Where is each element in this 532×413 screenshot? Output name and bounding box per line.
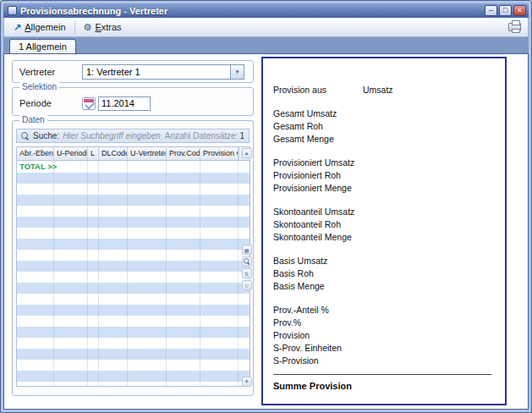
info-row: Provision ausUmsatz [263, 85, 505, 97]
table-row[interactable] [17, 184, 250, 195]
search-icon [21, 132, 30, 140]
table-row[interactable] [17, 206, 250, 217]
table-row[interactable] [17, 239, 250, 250]
printer-icon [508, 23, 521, 31]
column-header-2[interactable]: U-Periode [54, 147, 88, 160]
title-bar: Provisionsabrechnung - Vertreter – □ × [3, 3, 529, 18]
toolbar-separator [74, 21, 75, 34]
daten-group: Daten Suche: Hier Suchbegriff eingeben (… [12, 120, 254, 396]
columns-icon: ▦ [244, 247, 250, 253]
column-header-3[interactable]: L [88, 147, 99, 160]
info-row: S-Prov. Einheiten [263, 343, 505, 355]
grid-scrollbar: ▲ ▦ ⇅ ▽ ▼ [241, 146, 252, 387]
data-grid: Abr.-EbeneU-PeriodeLDLCodeU-VertreterPro… [16, 146, 250, 387]
table-row[interactable] [17, 261, 250, 272]
maximize-icon: □ [503, 6, 507, 14]
info-row: Provisioniert Umsatz [263, 157, 505, 170]
vertreter-value: 1: Vertreter 1 [83, 65, 230, 79]
toolbar-item-allgemein[interactable]: ↗ Allgemein [8, 20, 72, 34]
tab-strip: 1 Allgemein [3, 37, 529, 53]
tab-allgemein[interactable]: 1 Allgemein [9, 39, 76, 53]
info-row: Gesamt Menge [263, 134, 505, 146]
periode-label: Periode [13, 98, 82, 108]
grid-tool-cluster: ▦ ⇅ ▽ [242, 243, 252, 290]
sort-icon: ⇅ [244, 271, 249, 277]
calendar-icon[interactable] [82, 97, 96, 110]
info-row: Skontoanteil Roh [263, 219, 505, 232]
table-row[interactable] [17, 338, 250, 349]
vertreter-group: Vertreter 1: Vertreter 1 ▼ [12, 60, 254, 83]
vertreter-combobox[interactable]: 1: Vertreter 1 ▼ [82, 64, 244, 80]
table-row[interactable] [17, 316, 250, 327]
scroll-down-button[interactable]: ▼ [242, 377, 252, 387]
left-pane: Vertreter 1: Vertreter 1 ▼ Selektion Per… [8, 56, 257, 407]
selektion-group: Selektion Periode [12, 87, 254, 116]
app-window: Provisionsabrechnung - Vertreter – □ × ↗… [0, 0, 532, 413]
info-row: Skontoanteil Umsatz [263, 206, 505, 219]
content-panel: Vertreter 1: Vertreter 1 ▼ Selektion Per… [3, 53, 529, 410]
table-row[interactable] [17, 360, 250, 371]
periode-input[interactable] [98, 96, 151, 111]
table-row[interactable] [17, 272, 250, 283]
toolbar-item-label: Allgemein [25, 22, 65, 32]
table-row[interactable] [17, 228, 250, 239]
table-row[interactable] [17, 327, 250, 338]
filter-icon: ▽ [244, 283, 249, 289]
chevron-down-icon: ▼ [235, 69, 240, 74]
column-header-1[interactable]: Abr.-Ebene [17, 147, 54, 160]
table-row[interactable] [17, 195, 250, 206]
table-row[interactable] [17, 371, 250, 382]
record-count-label: Anzahl Datensätze:1 [165, 131, 244, 140]
table-row[interactable] [17, 294, 250, 305]
print-button[interactable] [504, 19, 524, 36]
column-header-5[interactable]: U-Vertreter [128, 147, 167, 160]
minimize-button[interactable]: – [485, 5, 497, 16]
table-row[interactable] [17, 305, 250, 316]
close-icon: × [518, 6, 522, 14]
divider [273, 374, 491, 375]
allgemein-icon: ↗ [14, 23, 21, 32]
column-header-4[interactable]: DLCode [99, 147, 128, 160]
maximize-button[interactable]: □ [499, 5, 512, 16]
minimize-icon: – [489, 6, 493, 14]
grid-search-bar[interactable]: Suche: Hier Suchbegriff eingeben (STRG+S… [16, 129, 250, 143]
info-row: Gesamt Roh [263, 121, 505, 134]
up-arrow-icon: ▲ [244, 151, 250, 156]
table-row[interactable] [17, 349, 250, 360]
sort-button[interactable]: ⇅ [242, 268, 252, 278]
total-row[interactable]: TOTAL >> [17, 161, 250, 173]
records-count: 1 [238, 131, 244, 140]
table-row[interactable] [17, 250, 250, 261]
search-label: Suche: [33, 131, 59, 140]
scroll-up-button[interactable]: ▲ [242, 148, 252, 158]
search-input[interactable]: Hier Suchbegriff eingeben (STRG+S) [63, 131, 162, 140]
info-row: Prov.-Anteil % [263, 305, 505, 317]
table-row[interactable] [17, 173, 250, 184]
selektion-legend: Selektion [19, 82, 59, 91]
info-row: Summe Provision [263, 381, 505, 394]
grid-search-button[interactable] [242, 256, 252, 267]
filter-button[interactable]: ▽ [242, 280, 252, 290]
toolbar-item-extras[interactable]: ⚙ Extras [78, 20, 128, 34]
dropdown-button[interactable]: ▼ [230, 65, 244, 79]
provision-summary-panel: Provision ausUmsatzGesamt UmsatzGesamt R… [261, 57, 507, 405]
toolbar: ↗ Allgemein ⚙ Extras [3, 18, 529, 37]
table-body: TOTAL >> [17, 161, 250, 387]
toolbar-item-label: Extras [95, 22, 121, 32]
daten-legend: Daten [19, 115, 47, 124]
info-rows: Provision ausUmsatzGesamt UmsatzGesamt R… [263, 85, 505, 394]
table-row[interactable] [17, 217, 250, 228]
table-row[interactable] [17, 283, 250, 294]
table-header: Abr.-EbeneU-PeriodeLDLCodeU-VertreterPro… [17, 147, 250, 161]
table-row[interactable] [17, 382, 250, 387]
info-row: Gesamt Umsatz [263, 108, 505, 121]
column-header-7[interactable]: Provision € [200, 147, 239, 160]
close-button[interactable]: × [513, 5, 526, 16]
column-header-6[interactable]: Prov.Code [167, 147, 200, 160]
search-icon [244, 258, 250, 265]
down-arrow-icon: ▼ [244, 379, 250, 384]
info-row: Basis Roh [263, 268, 505, 281]
info-row: Provisioniert Roh [263, 170, 505, 183]
columns-button[interactable]: ▦ [242, 245, 252, 255]
window-title: Provisionsabrechnung - Vertreter [20, 6, 483, 16]
